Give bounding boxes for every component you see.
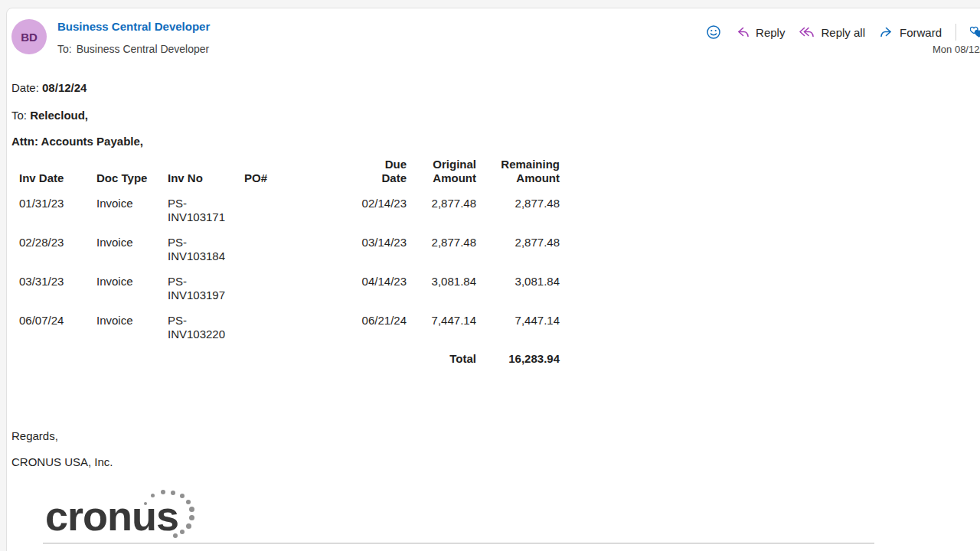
invoice-statement-table: Inv Date Doc Type Inv No PO# Due Date Or… (19, 158, 560, 366)
col-header-original-amount: Original Amount (407, 158, 476, 185)
cell-original-amount: 2,877.48 (407, 224, 476, 263)
avatar[interactable]: BD (11, 19, 47, 54)
reply-label: Reply (756, 26, 785, 39)
cell-doc-type: Invoice (96, 302, 168, 341)
table-total-row: Total 16,283.94 (19, 341, 560, 366)
table-row: 03/31/23 Invoice PS- INV103197 04/14/23 … (19, 263, 560, 302)
recipient-name[interactable]: Business Central Developer (77, 43, 210, 55)
company-line: CRONUS USA, Inc. (11, 455, 980, 468)
email-body: Date: 08/12/24 To: Relecloud, Attn: Acco… (7, 8, 980, 551)
cell-due-date: 03/14/23 (336, 224, 407, 263)
cell-remaining-amount: 7,447.14 (476, 302, 560, 341)
col-header-doc-type: Doc Type (96, 158, 168, 185)
table-header-row: Inv Date Doc Type Inv No PO# Due Date Or… (19, 158, 560, 185)
cell-doc-type: Invoice (96, 185, 168, 224)
total-label: Total (407, 341, 476, 366)
cell-due-date: 04/14/23 (336, 263, 407, 302)
heart-reaction-icon (970, 24, 980, 40)
cell-inv-date: 02/28/23 (19, 224, 96, 263)
reply-all-arrow-icon (799, 24, 815, 40)
cell-po (244, 263, 336, 302)
cell-inv-date: 01/31/23 (19, 185, 96, 224)
cell-due-date: 02/14/23 (336, 185, 407, 224)
cell-remaining-amount: 2,877.48 (476, 224, 560, 263)
cell-inv-no: PS- INV103171 (168, 185, 244, 224)
reply-button[interactable]: Reply (735, 24, 785, 40)
received-timestamp: Mon 08/12/2024 (933, 44, 980, 55)
cell-doc-type: Invoice (96, 263, 168, 302)
col-header-po: PO# (244, 158, 336, 185)
col-header-inv-date: Inv Date (19, 158, 96, 185)
cell-doc-type: Invoice (96, 224, 168, 263)
cell-inv-no: PS- INV103184 (168, 224, 244, 263)
to-label: To: (57, 43, 72, 55)
smiley-icon (706, 24, 721, 40)
table-row: 06/07/24 Invoice PS- INV103220 06/21/24 … (19, 302, 560, 341)
add-reaction-button[interactable] (706, 24, 721, 40)
reply-arrow-icon (735, 24, 750, 40)
date-line: Date: 08/12/24 (11, 81, 980, 94)
addressee-name: Relecloud, (30, 109, 88, 122)
cell-po (244, 185, 336, 224)
forward-button[interactable]: Forward (879, 24, 942, 40)
forward-label: Forward (900, 26, 942, 39)
cronus-logo-text: cronus (45, 492, 178, 540)
message-actions-toolbar: Reply Reply all Forward (706, 24, 980, 41)
avatar-initials: BD (21, 31, 38, 44)
toolbar-divider (956, 24, 956, 41)
cell-inv-date: 03/31/23 (19, 263, 96, 302)
to-line: To:Business Central Developer (57, 43, 209, 55)
forward-arrow-icon (879, 24, 894, 40)
cell-original-amount: 7,447.14 (407, 302, 476, 341)
attn-line: Attn: Accounts Payable, (11, 135, 980, 148)
cell-original-amount: 3,081.84 (407, 263, 476, 302)
col-header-due-date: Due Date (336, 158, 407, 185)
cell-remaining-amount: 2,877.48 (476, 185, 560, 224)
addressee-line: To: Relecloud, (11, 109, 980, 122)
cell-inv-no: PS- INV103197 (168, 263, 244, 302)
reply-all-label: Reply all (821, 26, 865, 39)
sender-name[interactable]: Business Central Developer (57, 20, 210, 33)
date-label: Date: (11, 81, 39, 94)
col-header-remaining-amount: Remaining Amount (476, 158, 560, 185)
regards-line: Regards, (11, 429, 980, 442)
cell-remaining-amount: 3,081.84 (476, 263, 560, 302)
reply-all-button[interactable]: Reply all (799, 24, 865, 40)
signature-divider (43, 543, 874, 544)
cell-inv-date: 06/07/24 (19, 302, 96, 341)
cell-po (244, 302, 336, 341)
table-row: 01/31/23 Invoice PS- INV103171 02/14/23 … (19, 185, 560, 224)
email-reading-pane: BD Business Central Developer To:Busines… (6, 8, 980, 551)
table-row: 02/28/23 Invoice PS- INV103184 03/14/23 … (19, 224, 560, 263)
date-value: 08/12/24 (42, 81, 87, 94)
total-value: 16,283.94 (476, 341, 560, 366)
reactions-button[interactable] (970, 24, 980, 40)
body-to-label: To: (11, 109, 27, 122)
cell-due-date: 06/21/24 (336, 302, 407, 341)
cell-po (244, 224, 336, 263)
col-header-inv-no: Inv No (168, 158, 244, 185)
cell-inv-no: PS- INV103220 (168, 302, 244, 341)
cell-original-amount: 2,877.48 (407, 185, 476, 224)
